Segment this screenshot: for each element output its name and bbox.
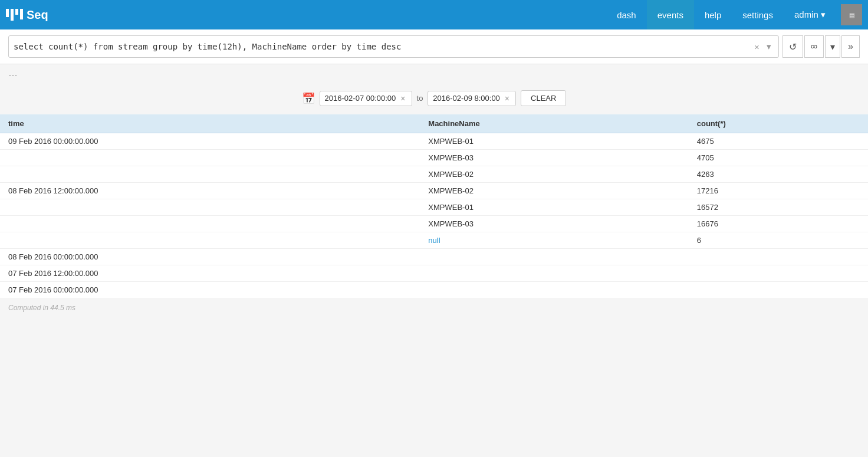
cell-machine <box>420 282 688 298</box>
date-from-value: 2016-02-07 00:00:00 <box>325 94 396 103</box>
cell-machine <box>420 265 688 282</box>
cell-count: 16676 <box>689 216 868 232</box>
date-to-clear[interactable]: × <box>504 94 511 103</box>
col-time: time <box>0 114 420 133</box>
table-row: 07 Feb 2016 12:00:00.000 <box>0 265 868 282</box>
table-row: XMPWEB-024263 <box>0 166 868 183</box>
nav-admin[interactable]: admin ▾ <box>784 0 836 29</box>
table-row: XMPWEB-034705 <box>0 150 868 166</box>
cell-machine: null <box>420 232 688 249</box>
date-from-clear[interactable]: × <box>399 94 406 103</box>
cell-machine: XMPWEB-01 <box>420 133 688 150</box>
cell-time <box>0 232 420 249</box>
search-bar: × ▾ ↺ ∞ ▾ » <box>0 29 868 64</box>
cell-time <box>0 150 420 166</box>
search-icons: × ▾ <box>752 40 774 53</box>
table-row: null6 <box>0 232 868 249</box>
more-button[interactable]: » <box>841 35 860 58</box>
cell-machine: XMPWEB-03 <box>420 150 688 166</box>
cell-count: 6 <box>689 232 868 249</box>
refresh-button[interactable]: ↺ <box>782 35 803 58</box>
nav-links: dash events help settings admin ▾ <box>606 0 836 29</box>
cell-time: 09 Feb 2016 00:00:00.000 <box>0 133 420 150</box>
table-row: XMPWEB-0116572 <box>0 199 868 216</box>
cell-count: 4675 <box>689 133 868 150</box>
cell-machine: XMPWEB-01 <box>420 199 688 216</box>
search-clear-icon[interactable]: × <box>752 41 762 53</box>
computed-info: Computed in 44.5 ms <box>0 298 868 318</box>
svg-text:▤: ▤ <box>849 12 854 18</box>
table-row: XMPWEB-0316676 <box>0 216 868 232</box>
date-to-value: 2016-02-09 8:00:00 <box>433 94 499 103</box>
col-machinename: MachineName <box>420 114 688 133</box>
cell-count: 17216 <box>689 183 868 199</box>
navbar: Seq dash events help settings admin ▾ ▤ <box>0 0 868 29</box>
ellipsis: … <box>0 64 868 82</box>
brand-name: Seq <box>27 8 48 22</box>
table-row: 08 Feb 2016 00:00:00.000 <box>0 249 868 265</box>
cell-count: 4705 <box>689 150 868 166</box>
date-filter: 📅 2016-02-07 00:00:00 × to 2016-02-09 8:… <box>0 82 868 114</box>
cell-machine: XMPWEB-03 <box>420 216 688 232</box>
infinity-button[interactable]: ∞ <box>804 35 824 58</box>
search-input-wrap: × ▾ <box>8 35 779 58</box>
nav-events[interactable]: events <box>647 0 694 29</box>
cell-time <box>0 166 420 183</box>
cell-count <box>689 249 868 265</box>
brand-logo: Seq <box>6 8 48 22</box>
cell-count: 4263 <box>689 166 868 183</box>
clear-button[interactable]: CLEAR <box>521 90 566 106</box>
table-row: 09 Feb 2016 00:00:00.000XMPWEB-014675 <box>0 133 868 150</box>
cell-time <box>0 216 420 232</box>
col-count: count(*) <box>689 114 868 133</box>
cell-time: 08 Feb 2016 12:00:00.000 <box>0 183 420 199</box>
search-action-btns: ↺ ∞ ▾ » <box>782 35 860 58</box>
search-input[interactable] <box>14 42 752 51</box>
nav-settings[interactable]: settings <box>732 0 784 29</box>
cell-count <box>689 282 868 298</box>
cell-machine <box>420 249 688 265</box>
cell-machine: XMPWEB-02 <box>420 183 688 199</box>
cell-time: 07 Feb 2016 00:00:00.000 <box>0 282 420 298</box>
brand-icon <box>6 9 23 21</box>
cell-count: 16572 <box>689 199 868 216</box>
avatar[interactable]: ▤ <box>841 4 862 25</box>
cell-time: 08 Feb 2016 00:00:00.000 <box>0 249 420 265</box>
nav-help[interactable]: help <box>694 0 732 29</box>
main-content: time MachineName count(*) 09 Feb 2016 00… <box>0 114 868 318</box>
nav-dash[interactable]: dash <box>606 0 647 29</box>
date-from-wrap: 2016-02-07 00:00:00 × <box>320 91 412 106</box>
cell-count <box>689 265 868 282</box>
dropdown-arrow[interactable]: ▾ <box>825 35 840 58</box>
table-row: 08 Feb 2016 12:00:00.000XMPWEB-0217216 <box>0 183 868 199</box>
table-header-row: time MachineName count(*) <box>0 114 868 133</box>
date-to-wrap: 2016-02-09 8:00:00 × <box>428 91 516 106</box>
cell-time: 07 Feb 2016 12:00:00.000 <box>0 265 420 282</box>
date-to-label: to <box>417 94 423 103</box>
search-dropdown-icon[interactable]: ▾ <box>764 40 774 53</box>
calendar-icon: 📅 <box>302 92 315 105</box>
cell-time <box>0 199 420 216</box>
results-table: time MachineName count(*) 09 Feb 2016 00… <box>0 114 868 298</box>
cell-machine: XMPWEB-02 <box>420 166 688 183</box>
table-row: 07 Feb 2016 00:00:00.000 <box>0 282 868 298</box>
